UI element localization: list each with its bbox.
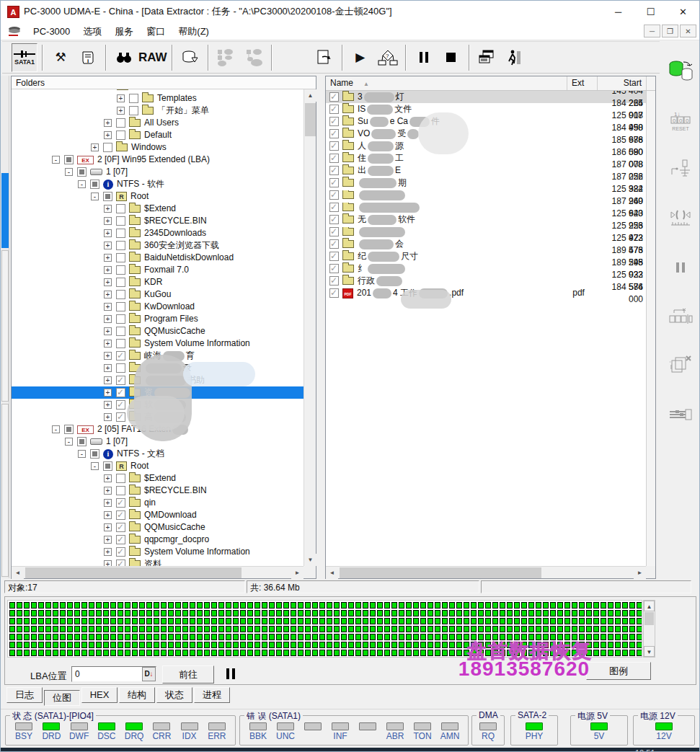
scroll-right-arrow[interactable]: ► [634, 567, 646, 579]
stop-button[interactable] [438, 43, 464, 72]
expand-icon[interactable]: + [104, 217, 112, 225]
scroll-right-arrow[interactable]: ► [291, 567, 304, 579]
tree-checkbox[interactable] [77, 167, 87, 177]
expand-icon[interactable]: + [104, 278, 112, 286]
tree-row[interactable]: +$Extend [12, 472, 304, 485]
expand-icon[interactable]: + [104, 303, 112, 311]
tree-checkbox[interactable] [116, 498, 125, 508]
tree-checkbox[interactable] [116, 363, 125, 373]
docked-panel-segment[interactable] [1, 250, 9, 402]
file-checkbox[interactable] [329, 276, 339, 286]
tree-row[interactable]: +KwDownload [12, 301, 304, 313]
tree-row[interactable]: +资料 [12, 558, 304, 566]
expand-icon[interactable]: + [104, 401, 112, 409]
tree-checkbox[interactable] [116, 229, 125, 238]
expand-icon[interactable]: + [104, 131, 112, 139]
scroll-down-arrow[interactable]: ▼ [304, 554, 316, 566]
scroll-thumb[interactable] [25, 567, 242, 578]
tree-row[interactable]: +qin [12, 497, 304, 509]
tree-checkbox[interactable] [116, 253, 125, 262]
tree-row[interactable]: -1 [07] [12, 166, 304, 178]
tree-checkbox[interactable] [103, 461, 112, 471]
collapse-icon[interactable]: - [65, 168, 73, 176]
tree-checkbox[interactable] [116, 388, 125, 397]
tree-row[interactable]: +$RECYCLE.BIN [12, 215, 304, 227]
goto-button[interactable]: 前往 [162, 665, 214, 684]
copy-data-button[interactable] [665, 55, 696, 88]
tree-checkbox[interactable] [116, 486, 125, 495]
expand-icon[interactable]: + [104, 389, 112, 397]
utilities-button[interactable]: ⚒ [48, 43, 74, 72]
expand-icon[interactable]: + [104, 499, 112, 507]
tree-row[interactable]: +System Volume Information [12, 546, 304, 558]
minimize-button[interactable]: ─ [602, 1, 634, 22]
tree-checkbox[interactable] [129, 106, 138, 115]
tree-row[interactable]: +BaiduNetdiskDownload [12, 252, 304, 264]
expand-icon[interactable]: + [104, 474, 112, 482]
tree-row[interactable]: -iNTFS - 文档 [12, 448, 304, 460]
column-header-name[interactable]: Name▲ [326, 76, 567, 90]
run-mode-button[interactable]: ? [375, 43, 401, 72]
tree-checkbox[interactable] [116, 131, 125, 140]
tree-checkbox[interactable] [116, 241, 125, 250]
expand-icon[interactable]: + [104, 413, 112, 421]
tree-row[interactable]: +录 [12, 362, 304, 374]
tab-进程[interactable]: 进程 [194, 687, 230, 703]
collapse-icon[interactable]: - [91, 193, 99, 200]
tree-checkbox[interactable] [116, 302, 125, 311]
expand-icon[interactable]: + [104, 548, 112, 556]
pause-button[interactable] [411, 43, 437, 72]
collapse-icon[interactable]: - [78, 180, 86, 188]
tree-checkbox[interactable] [129, 94, 138, 103]
tree-checkbox[interactable] [116, 204, 125, 213]
tree-checkbox[interactable] [64, 425, 74, 434]
tree-row[interactable]: +Foxmail 7.0 [12, 264, 304, 276]
scroll-thumb[interactable] [340, 567, 541, 578]
expand-icon[interactable]: + [104, 327, 112, 335]
expand-icon[interactable]: + [91, 143, 99, 151]
tree-row[interactable]: +高 [12, 411, 304, 423]
tree-checkbox[interactable] [116, 523, 125, 532]
file-checkbox[interactable] [329, 166, 339, 175]
scroll-up-arrow[interactable]: ▲ [644, 601, 655, 611]
expand-icon[interactable]: + [104, 291, 112, 298]
menu-item-2[interactable]: 选项 [76, 25, 108, 38]
file-checkbox[interactable] [329, 178, 339, 187]
tree-row[interactable]: +书助 [12, 374, 304, 386]
scroll-thumb[interactable] [644, 612, 654, 625]
tree-row[interactable]: +Windows [12, 141, 304, 154]
tree-checkbox[interactable] [64, 155, 74, 164]
column-header-start[interactable]: Start [598, 76, 647, 90]
expand-icon[interactable]: + [104, 242, 112, 249]
file-checkbox[interactable] [329, 92, 339, 102]
tree-checkbox[interactable] [90, 180, 99, 189]
lba-pause-icon[interactable] [226, 668, 235, 679]
tree-row[interactable]: +岐海育 [12, 350, 304, 362]
file-checkbox[interactable] [329, 227, 339, 236]
file-checkbox[interactable] [329, 288, 339, 298]
power-jumper-button[interactable] [665, 153, 696, 186]
tree-row[interactable]: -RRoot [12, 460, 304, 472]
file-row[interactable]: PDF2014 工作.pdfpdf184 576 000 [326, 287, 646, 299]
connector-settings-button[interactable] [665, 398, 696, 431]
expand-icon[interactable]: + [104, 205, 112, 213]
tree-checkbox[interactable] [116, 510, 125, 520]
tree-row[interactable]: +KDR [12, 276, 304, 288]
windows-list-button[interactable] [474, 43, 500, 72]
tree-checkbox[interactable] [116, 278, 125, 287]
scroll-left-arrow[interactable]: ◄ [12, 567, 24, 579]
tab-日志[interactable]: 日志 [6, 687, 43, 703]
tree-checkbox[interactable] [116, 118, 125, 128]
expand-icon[interactable]: + [104, 536, 112, 544]
collapse-icon[interactable]: - [52, 425, 60, 433]
tree-checkbox[interactable] [116, 327, 125, 336]
file-checkbox[interactable] [329, 215, 339, 224]
tree-checkbox[interactable] [116, 339, 125, 348]
expand-icon[interactable]: + [104, 266, 112, 274]
tree-checkbox[interactable] [116, 351, 125, 360]
tree-checkbox[interactable] [103, 192, 112, 201]
tree-row[interactable]: +360安全浏览器下载 [12, 239, 304, 252]
tree-row[interactable]: +Program Files [12, 313, 304, 325]
mdi-minimize-button[interactable]: ─ [644, 25, 660, 37]
file-checkbox[interactable] [329, 141, 339, 151]
